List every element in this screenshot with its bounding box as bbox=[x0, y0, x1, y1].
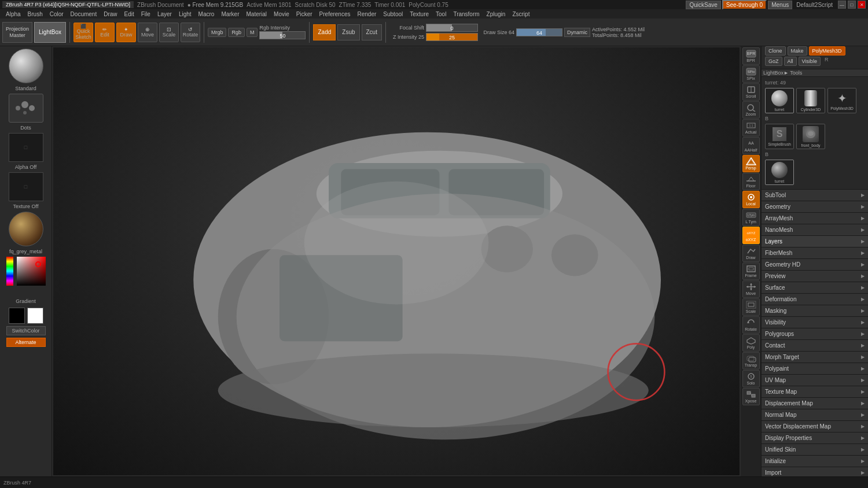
section-btn-layers[interactable]: Layers▶ bbox=[762, 236, 868, 247]
section-btn-contact[interactable]: Contact▶ bbox=[762, 340, 868, 352]
sidebar-zoom-button[interactable]: Zoom bbox=[742, 101, 760, 119]
menu-item-file[interactable]: File bbox=[138, 10, 154, 19]
menu-item-light[interactable]: Light bbox=[175, 10, 195, 19]
draw-button[interactable]: ✦ Draw bbox=[116, 23, 136, 42]
scale-button[interactable]: ⊡ Scale bbox=[159, 23, 179, 42]
color-square[interactable] bbox=[17, 257, 46, 286]
menu-item-document[interactable]: Document bbox=[67, 10, 101, 19]
menu-item-alpha[interactable]: Alpha bbox=[2, 10, 24, 19]
section-btn-fibermesh[interactable]: FiberMesh▶ bbox=[762, 247, 868, 259]
menu-item-zscript[interactable]: Zscript bbox=[509, 10, 533, 19]
sidebar-scroll-button[interactable]: Scroll bbox=[742, 83, 760, 101]
rgb-button[interactable]: Rgb bbox=[228, 28, 245, 37]
make-button[interactable]: Make bbox=[788, 46, 807, 56]
section-btn-normal-map[interactable]: Normal Map▶ bbox=[762, 409, 868, 421]
sidebar-ltym-button[interactable]: LTym L Tym bbox=[742, 209, 760, 226]
section-btn-masking[interactable]: Masking▶ bbox=[762, 305, 868, 317]
z-intensity-slider[interactable]: 25 bbox=[426, 33, 478, 41]
quick-sketch-button[interactable]: ⬛ Quick Sketch bbox=[73, 23, 93, 42]
dynamic-button[interactable]: Dynamic bbox=[564, 28, 590, 37]
material-sphere2[interactable] bbox=[9, 212, 43, 246]
menu-item-marker[interactable]: Marker bbox=[218, 10, 242, 19]
polymesh3d-button[interactable]: PolyMesh3D bbox=[809, 46, 845, 56]
sidebar-rotate-button[interactable]: Rotate bbox=[742, 316, 760, 334]
alpha-preview[interactable]: □ bbox=[9, 133, 43, 162]
menu-item-brush[interactable]: Brush bbox=[24, 10, 46, 19]
sidebar-draw-button[interactable]: Draw bbox=[742, 245, 760, 262]
section-btn-deformation[interactable]: Deformation▶ bbox=[762, 294, 868, 305]
alternate-button[interactable]: Alternate bbox=[6, 338, 46, 347]
menu-item-texture[interactable]: Texture bbox=[406, 10, 432, 19]
section-btn-arraymesh[interactable]: ArrayMesh▶ bbox=[762, 213, 868, 224]
sidebar-frame-button[interactable]: Frame bbox=[742, 263, 760, 280]
minimize-icon[interactable]: — bbox=[838, 1, 846, 9]
sidebar-solo-button[interactable]: S Solo bbox=[742, 370, 760, 387]
quicksave-button[interactable]: QuickSave bbox=[686, 1, 720, 9]
menu-item-render[interactable]: Render bbox=[354, 10, 380, 19]
canvas-area[interactable] bbox=[52, 46, 741, 476]
tool-thumb-cylinder3d[interactable]: Cylinder3D bbox=[796, 88, 825, 113]
menu-item-preferences[interactable]: Preferences bbox=[316, 10, 354, 19]
tool-thumb-turret[interactable]: turret bbox=[765, 88, 794, 113]
section-btn-displacement-map[interactable]: Displacement Map▶ bbox=[762, 398, 868, 409]
focal-shift-slider[interactable]: 0 bbox=[426, 24, 478, 32]
section-btn-unified-skin[interactable]: Unified Skin▶ bbox=[762, 444, 868, 456]
menus-button[interactable]: Menus bbox=[768, 1, 792, 9]
draw-size-slider[interactable]: 64 bbox=[516, 28, 562, 36]
move-button[interactable]: ⊕ Move bbox=[138, 23, 157, 42]
section-btn-uv-map[interactable]: UV Map▶ bbox=[762, 375, 868, 386]
goz-button[interactable]: GoZ bbox=[765, 57, 782, 66]
color-swatch-black[interactable] bbox=[9, 308, 25, 324]
sidebar-move-button[interactable]: Move bbox=[742, 280, 760, 298]
section-btn-polygroups[interactable]: Polygroups▶ bbox=[762, 328, 868, 340]
section-btn-visibility[interactable]: Visibility▶ bbox=[762, 317, 868, 328]
sidebar-oxyz-button[interactable]: oXYZ oXYZ bbox=[742, 227, 760, 244]
tool-thumb-turret2[interactable]: turret bbox=[765, 160, 794, 185]
texture-preview[interactable]: □ bbox=[9, 172, 43, 201]
section-btn-preview[interactable]: Preview▶ bbox=[762, 271, 868, 282]
menu-item-color[interactable]: Color bbox=[46, 10, 67, 19]
sidebar-floor-button[interactable]: Floor bbox=[742, 173, 760, 190]
projection-master-button[interactable]: ProjectionMaster bbox=[2, 22, 32, 43]
section-btn-subtool[interactable]: SubTool▶ bbox=[762, 190, 868, 201]
sidebar-scale-button[interactable]: Scale bbox=[742, 298, 760, 316]
hue-bar[interactable] bbox=[6, 257, 13, 286]
clone-button[interactable]: Clone bbox=[765, 46, 786, 56]
brush-preview[interactable] bbox=[9, 94, 43, 123]
m-button[interactable]: M bbox=[247, 28, 258, 37]
switch-color-button[interactable]: SwitchColor bbox=[6, 326, 46, 335]
sidebar-actual-button[interactable]: 1:1 Actual bbox=[742, 119, 760, 136]
edit-button[interactable]: ✏ Edit bbox=[95, 23, 115, 42]
section-btn-geometry[interactable]: Geometry▶ bbox=[762, 201, 868, 213]
menu-item-movie[interactable]: Movie bbox=[270, 10, 293, 19]
menu-item-zplugin[interactable]: Zplugin bbox=[483, 10, 509, 19]
default2script-button[interactable]: Default2Script bbox=[793, 1, 836, 9]
section-btn-initialize[interactable]: Initialize▶ bbox=[762, 456, 868, 467]
sidebar-persp-button[interactable]: Persp bbox=[742, 155, 760, 172]
menu-item-picker[interactable]: Picker bbox=[293, 10, 316, 19]
section-btn-geometry-hd[interactable]: Geometry HD▶ bbox=[762, 259, 868, 271]
mrgb-button[interactable]: Mrgb bbox=[208, 28, 227, 37]
tool-thumb-simplebrush[interactable]: S SimpleBrush bbox=[765, 124, 794, 149]
menu-item-material[interactable]: Material bbox=[243, 10, 271, 19]
sidebar-spix-button[interactable]: SPix SPix bbox=[742, 65, 760, 83]
menu-item-macro[interactable]: Macro bbox=[195, 10, 218, 19]
color-picker[interactable] bbox=[6, 257, 46, 296]
tool-thumb-front-body[interactable]: front_body bbox=[796, 124, 825, 149]
see-through-button[interactable]: See-through 0 bbox=[722, 0, 767, 10]
rotate-button[interactable]: ↺ Rotate bbox=[181, 23, 200, 42]
tool-thumb-polymesh3d[interactable]: ✦ PolyMesh3D bbox=[827, 88, 856, 113]
zcut-button[interactable]: Zcut bbox=[362, 24, 382, 40]
material-sphere[interactable] bbox=[9, 49, 43, 83]
sidebar-aahalf-button[interactable]: AA AAHalf bbox=[742, 137, 760, 154]
zadd-button[interactable]: Zadd bbox=[313, 24, 336, 40]
sidebar-transp-button[interactable]: Transp bbox=[742, 352, 760, 369]
sidebar-poly-button[interactable]: Poly bbox=[742, 334, 760, 352]
section-btn-surface[interactable]: Surface▶ bbox=[762, 282, 868, 294]
all-button[interactable]: All bbox=[784, 57, 797, 66]
menu-item-subtool[interactable]: Subtool bbox=[380, 10, 406, 19]
section-btn-nanomesh[interactable]: NanoMesh▶ bbox=[762, 224, 868, 236]
menu-item-edit[interactable]: Edit bbox=[121, 10, 138, 19]
menu-item-transform[interactable]: Transform bbox=[450, 10, 483, 19]
rgb-intensity-slider[interactable]: 50 bbox=[259, 31, 306, 39]
